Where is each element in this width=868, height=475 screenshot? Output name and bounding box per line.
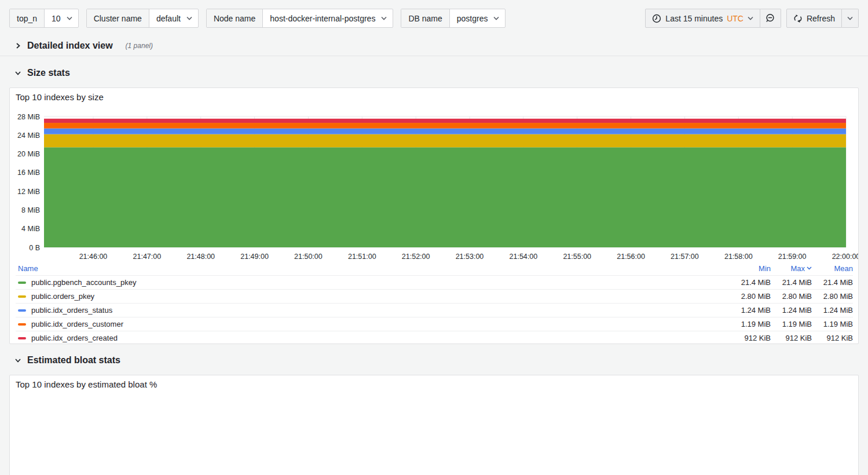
variable-label-node-name: Node name [207, 9, 263, 27]
x-axis-tick-label: 21:52:00 [402, 253, 430, 261]
legend-column-name[interactable]: Name [16, 264, 730, 273]
series-name-label: public.idx_orders_customer [31, 320, 123, 328]
chevron-down-icon [847, 16, 853, 20]
legend-row[interactable]: public.idx_orders_created912 KiB912 KiB9… [16, 331, 853, 344]
legend-value-max: 912 KiB [771, 334, 812, 342]
area-series-public.pgbench_accounts_pkey [44, 147, 846, 247]
legend-value-min: 2.80 MiB [730, 292, 771, 301]
x-axis-tick-label: 21:59:00 [778, 253, 807, 261]
chevron-down-icon [14, 357, 21, 364]
chevron-down-icon [14, 70, 21, 76]
legend-series-name[interactable]: public.pgbench_accounts_pkey [16, 278, 730, 287]
y-axis-tick-label: 0 B [29, 244, 40, 252]
series-name-label: public.orders_pkey [31, 292, 94, 301]
y-axis-tick-label: 4 MiB [21, 225, 40, 233]
legend-value-max: 21.4 MiB [771, 278, 812, 287]
x-axis-tick-label: 21:46:00 [79, 253, 108, 261]
legend-value-max: 2.80 MiB [771, 292, 812, 301]
legend-series-name[interactable]: public.idx_orders_status [16, 306, 730, 315]
x-axis-tick-label: 21:51:00 [348, 253, 376, 261]
x-axis-tick-label: 21:56:00 [617, 253, 645, 261]
section-title: Estimated bloat stats [27, 355, 120, 366]
sort-desc-icon [807, 266, 812, 270]
series-name-label: public.pgbench_accounts_pkey [31, 278, 136, 287]
section-size-stats[interactable]: Size stats [0, 65, 868, 81]
chevron-right-icon [14, 42, 21, 49]
variable-cluster-name: Cluster name default [86, 9, 199, 28]
legend-value-mean: 2.80 MiB [812, 292, 853, 301]
section-title: Size stats [27, 68, 70, 78]
refresh-label: Refresh [807, 14, 835, 23]
legend-row[interactable]: public.idx_orders_status1.24 MiB1.24 MiB… [16, 303, 853, 317]
y-axis-tick-label: 12 MiB [17, 188, 40, 196]
legend-value-mean: 1.24 MiB [812, 306, 853, 315]
variable-controls: top_n 10 Cluster name default Node name … [9, 9, 506, 28]
series-color-swatch [18, 323, 26, 326]
area-series-public.orders_pkey [44, 134, 846, 148]
variable-label-db-name: DB name [401, 9, 449, 27]
legend-column-mean[interactable]: Mean [812, 264, 853, 273]
chevron-down-icon [493, 16, 499, 20]
legend-header-row: Name Min Max Mean [16, 261, 853, 275]
zoom-out-time-button[interactable] [760, 9, 781, 28]
legend-value-min: 1.19 MiB [730, 320, 771, 328]
variable-select-cluster-name[interactable]: default [149, 9, 198, 27]
legend-value-max: 1.24 MiB [771, 306, 812, 315]
refresh-icon [793, 14, 803, 23]
refresh-button[interactable]: Refresh [786, 9, 842, 28]
chevron-down-icon [381, 16, 387, 20]
zoom-out-icon [766, 13, 775, 23]
x-axis-tick-label: 21:54:00 [510, 253, 538, 261]
legend-row[interactable]: public.orders_pkey2.80 MiB2.80 MiB2.80 M… [16, 289, 853, 303]
legend-series-name[interactable]: public.orders_pkey [16, 292, 730, 301]
x-axis-tick-label: 22:00:00 [832, 253, 858, 261]
time-range-picker[interactable]: Last 15 minutes UTC [645, 9, 760, 28]
legend-row[interactable]: public.pgbench_accounts_pkey21.4 MiB21.4… [16, 275, 853, 289]
legend-rows: public.pgbench_accounts_pkey21.4 MiB21.4… [16, 275, 853, 344]
dashboard-toolbar: top_n 10 Cluster name default Node name … [0, 0, 868, 28]
stacked-area-chart[interactable]: 0 B4 MiB8 MiB12 MiB16 MiB20 MiB24 MiB28 … [10, 88, 858, 261]
series-color-swatch [18, 309, 26, 312]
legend-row[interactable]: public.idx_orders_customer1.19 MiB1.19 M… [16, 317, 853, 331]
x-axis-tick-label: 21:58:00 [724, 253, 753, 261]
chevron-down-icon [186, 16, 192, 20]
x-axis-tick-label: 21:48:00 [186, 253, 215, 261]
x-axis-tick-label: 21:57:00 [671, 253, 699, 261]
panel-top-indexes-by-bloat: Top 10 indexes by estimated bloat % [9, 375, 859, 475]
variable-label-cluster-name: Cluster name [87, 9, 149, 27]
legend-series-name[interactable]: public.idx_orders_customer [16, 320, 730, 328]
panel-top-indexes-by-size: Top 10 indexes by size 0 B4 MiB8 MiB12 M… [9, 87, 859, 344]
y-axis-tick-label: 16 MiB [17, 169, 40, 177]
area-series-public.idx_orders_customer [44, 123, 846, 129]
area-series-public.idx_orders_created [44, 119, 846, 123]
legend-value-min: 21.4 MiB [730, 278, 771, 287]
legend-value-mean: 912 KiB [812, 334, 853, 342]
section-title: Detailed index view [27, 41, 113, 51]
y-axis-tick-label: 8 MiB [21, 206, 40, 214]
area-series-public.idx_orders_status [44, 129, 846, 134]
refresh-interval-dropdown[interactable] [842, 9, 859, 28]
chart-legend: Name Min Max Mean public.pgbench_account… [16, 261, 853, 344]
section-estimated-bloat-stats[interactable]: Estimated bloat stats [0, 353, 868, 368]
panel-title: Top 10 indexes by estimated bloat % [16, 379, 157, 389]
x-axis-tick-label: 21:50:00 [294, 253, 323, 261]
legend-value-mean: 1.19 MiB [812, 320, 853, 328]
legend-series-name[interactable]: public.idx_orders_created [16, 334, 730, 342]
legend-value-min: 912 KiB [730, 334, 771, 342]
time-controls: Last 15 minutes UTC Refr [645, 9, 859, 28]
variable-select-node-name[interactable]: host-docker-internal-postgres [263, 9, 393, 27]
variable-db-name: DB name postgres [401, 9, 506, 28]
legend-column-max[interactable]: Max [771, 264, 812, 273]
refresh-group: Refresh [786, 9, 859, 28]
y-axis-tick-label: 24 MiB [17, 131, 40, 140]
clock-icon [652, 14, 661, 23]
legend-column-min[interactable]: Min [730, 264, 771, 273]
series-color-swatch [18, 282, 26, 284]
variable-select-db-name[interactable]: postgres [450, 9, 506, 27]
series-color-swatch [18, 295, 26, 298]
variable-top-n: top_n 10 [9, 9, 79, 28]
section-detailed-index-view[interactable]: Detailed index view (1 panel) [0, 37, 868, 54]
variable-node-name: Node name host-docker-internal-postgres [206, 9, 393, 28]
variable-select-top-n[interactable]: 10 [45, 9, 78, 27]
chevron-down-icon [67, 16, 72, 20]
